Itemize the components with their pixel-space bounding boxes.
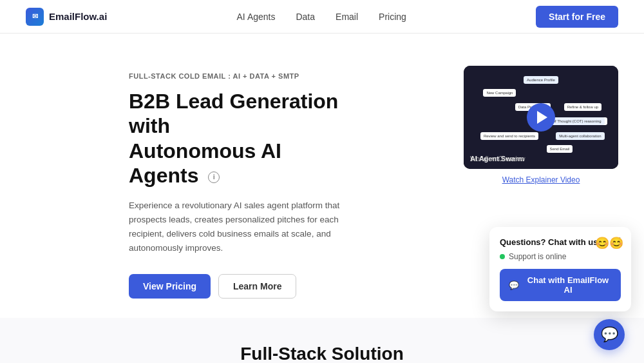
chat-btn-label: Chat with EmailFlow AI xyxy=(524,275,612,295)
hero-text: FULL-STACK COLD EMAIL : AI + DATA + SMTP… xyxy=(129,66,354,299)
nav-item-email[interactable]: Email xyxy=(336,12,358,22)
video-thumbnail[interactable]: Audience Profile New Campaign Data Prepa… xyxy=(464,66,618,169)
hero-buttons: View Pricing Learn More xyxy=(129,274,354,299)
flow-box-9: Send Email xyxy=(547,145,573,153)
fullstack-section: Full-Stack Solution Everything you need … xyxy=(0,318,644,363)
logo-icon: ✉ xyxy=(26,8,44,26)
flow-box-1: Audience Profile xyxy=(524,76,558,84)
flow-box-4: Refine & follow up xyxy=(564,103,601,111)
chat-with-ai-button[interactable]: 💬 Chat with EmailFlow AI xyxy=(500,269,621,301)
watch-explainer-link[interactable]: Watch Explainer Video xyxy=(502,175,580,184)
chat-bubble-icon: 💬 xyxy=(509,280,519,290)
hero-tag: FULL-STACK COLD EMAIL : AI + DATA + SMTP xyxy=(129,72,354,80)
chat-widget: × Questions? Chat with us! 😊😊 Support is… xyxy=(489,227,631,311)
hero-video: Audience Profile New Campaign Data Prepa… xyxy=(464,66,618,184)
chat-emojis: 😊😊 xyxy=(595,236,623,250)
logo-text: EmailFlow.ai xyxy=(49,11,107,22)
nav-item-ai-agents[interactable]: AI Agents xyxy=(237,12,276,22)
navbar: ✉ EmailFlow.ai AI Agents Data Email Pric… xyxy=(0,0,644,34)
chat-support-status: Support is online xyxy=(500,252,621,261)
info-icon[interactable]: i xyxy=(208,172,220,183)
flow-box-7: Review and send to recipients xyxy=(480,132,538,140)
video-inner: Audience Profile New Campaign Data Prepa… xyxy=(464,66,618,169)
chat-fab-icon: 💬 xyxy=(601,326,618,343)
start-for-free-button[interactable]: Start for Free xyxy=(536,6,618,28)
hero-title-line2: Autonomous AI Agents xyxy=(129,139,281,187)
flow-box-8: Multi-agent collaboration xyxy=(556,132,604,140)
view-pricing-button[interactable]: View Pricing xyxy=(129,274,211,299)
hero-title: B2B Lead Generation with Autonomous AI A… xyxy=(129,89,354,188)
support-status-text: Support is online xyxy=(509,252,566,261)
nav-item-data[interactable]: Data xyxy=(296,12,315,22)
fullstack-title: Full-Stack Solution xyxy=(26,344,618,363)
logo[interactable]: ✉ EmailFlow.ai xyxy=(26,8,107,26)
hero-title-line1: B2B Lead Generation with xyxy=(129,90,338,137)
online-indicator xyxy=(500,254,505,259)
flow-box-2: New Campaign xyxy=(483,89,516,97)
nav-links: AI Agents Data Email Pricing xyxy=(237,12,406,22)
learn-more-button[interactable]: Learn More xyxy=(218,274,296,299)
video-sublabel: Workflow Overview xyxy=(470,155,525,169)
nav-item-pricing[interactable]: Pricing xyxy=(379,12,406,22)
chat-fab-button[interactable]: 💬 xyxy=(594,319,625,350)
video-play-button[interactable] xyxy=(527,103,555,132)
hero-description: Experience a revolutionary AI sales agen… xyxy=(129,199,354,256)
